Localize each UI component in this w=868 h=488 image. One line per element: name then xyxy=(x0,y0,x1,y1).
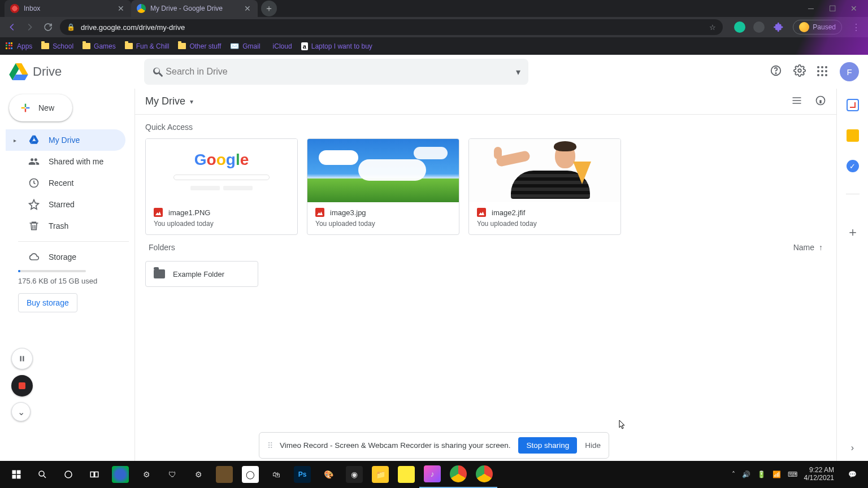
back-icon[interactable] xyxy=(6,21,18,33)
tray-battery-icon[interactable]: 🔋 xyxy=(757,470,766,478)
tray-chevron-icon[interactable]: ˄ xyxy=(732,470,735,478)
action-center-icon[interactable]: 💬 xyxy=(841,461,863,488)
taskbar-app-settings2[interactable]: ⚙ xyxy=(185,461,211,488)
cortana-button[interactable] xyxy=(55,461,81,488)
bookmark-other[interactable]: Other stuff xyxy=(178,42,221,50)
taskbar-app-photoshop[interactable]: Ps xyxy=(289,461,315,488)
bookmark-games[interactable]: Games xyxy=(83,42,116,50)
taskbar-app-settings[interactable]: ⚙ xyxy=(133,461,159,488)
expand-icon[interactable]: ▸ xyxy=(14,137,19,143)
path-mydrive[interactable]: My Drive ▾ xyxy=(145,95,193,107)
buy-storage-button[interactable]: Buy storage xyxy=(18,293,77,312)
window-maximize-icon[interactable]: ☐ xyxy=(828,5,836,12)
bookmark-school[interactable]: School xyxy=(41,42,73,50)
bookmark-icloud[interactable]: iCloud xyxy=(270,42,292,50)
clock-time: 9:22 AM xyxy=(804,467,834,474)
window-close-icon[interactable]: ✕ xyxy=(850,5,858,12)
profile-label: Paused xyxy=(813,23,836,31)
task-view-button[interactable] xyxy=(81,461,107,488)
svg-rect-13 xyxy=(90,472,94,477)
google-apps-icon[interactable] xyxy=(817,66,828,77)
svg-rect-8 xyxy=(17,470,21,474)
hide-sidepanel-icon[interactable]: › xyxy=(851,443,854,453)
search-box[interactable]: ▾ xyxy=(144,59,528,85)
plus-icon xyxy=(19,102,32,114)
settings-icon[interactable] xyxy=(793,64,806,79)
drive-logo[interactable]: Drive xyxy=(9,63,62,80)
tab-drive[interactable]: My Drive - Google Drive ✕ xyxy=(131,0,258,17)
folder-item[interactable]: Example Folder xyxy=(145,261,258,287)
bookmark-fun[interactable]: Fun & Chill xyxy=(125,42,170,50)
new-tab-button[interactable]: ＋ xyxy=(261,1,277,16)
details-icon[interactable] xyxy=(815,95,826,108)
grip-icon[interactable]: ⠿ xyxy=(267,441,272,450)
taskbar-app-notes[interactable] xyxy=(393,461,419,488)
amazon-icon: a xyxy=(301,42,308,50)
start-button[interactable] xyxy=(3,461,29,488)
account-initial: F xyxy=(847,67,852,77)
star-icon[interactable]: ☆ xyxy=(709,23,716,32)
calendar-addon-icon[interactable] xyxy=(847,99,859,111)
taskbar-app-itunes[interactable]: ♪ xyxy=(419,461,445,488)
taskbar-app-store[interactable]: 🛍 xyxy=(263,461,289,488)
taskbar-clock[interactable]: 9:22 AM 4/12/2021 xyxy=(804,467,834,482)
search-options-icon[interactable]: ▾ xyxy=(516,67,520,77)
sidebar-item-recent[interactable]: Recent xyxy=(6,172,125,194)
tab-close-icon[interactable]: ✕ xyxy=(116,4,125,13)
tray-volume-icon[interactable]: 🔊 xyxy=(742,470,750,478)
tasks-addon-icon[interactable] xyxy=(847,160,859,172)
sidebar-item-starred[interactable]: Starred xyxy=(6,194,125,215)
sidebar-item-shared[interactable]: Shared with me xyxy=(6,151,125,172)
taskbar-app-paint[interactable]: 🎨 xyxy=(315,461,341,488)
sidebar-item-trash[interactable]: Trash xyxy=(6,215,125,237)
recorder-collapse-button[interactable]: ⌄ xyxy=(11,402,31,421)
new-button[interactable]: New xyxy=(9,94,72,121)
svg-rect-6 xyxy=(23,356,24,361)
taskbar-app-minecraft[interactable] xyxy=(211,461,237,488)
forward-icon xyxy=(24,21,36,33)
profile-chip[interactable]: Paused xyxy=(793,20,842,34)
tray-ime-icon[interactable]: ⌨ xyxy=(788,470,797,478)
taskbar-app-explorer[interactable]: 📁 xyxy=(367,461,393,488)
tab-inbox[interactable]: Inbox ✕ xyxy=(5,0,131,17)
sidebar-item-storage[interactable]: Storage xyxy=(6,246,125,268)
quick-access-card[interactable]: Google image1.PNG You uploaded today xyxy=(145,138,298,235)
recorder-pause-button[interactable] xyxy=(11,348,33,369)
support-icon[interactable] xyxy=(770,64,782,79)
account-avatar[interactable]: F xyxy=(840,62,859,81)
taskbar-app-edge[interactable] xyxy=(107,461,133,488)
bookmark-amazon[interactable]: aLaptop I want to buy xyxy=(301,42,372,50)
extension-grammarly-icon[interactable] xyxy=(734,21,745,33)
window-minimize-icon[interactable]: ─ xyxy=(807,5,815,12)
svg-rect-7 xyxy=(12,470,16,474)
list-view-icon[interactable] xyxy=(791,95,802,108)
extension-generic-icon[interactable] xyxy=(753,21,765,33)
search-button[interactable] xyxy=(29,461,55,488)
extensions-icon[interactable] xyxy=(772,21,785,33)
search-input[interactable] xyxy=(164,66,516,77)
taskbar-app-forza[interactable]: ◯ xyxy=(237,461,263,488)
keep-addon-icon[interactable] xyxy=(847,129,859,142)
sort-button[interactable]: Name ↑ xyxy=(793,243,823,252)
svg-rect-10 xyxy=(17,475,21,479)
quick-access-card[interactable]: image2.jfif You uploaded today xyxy=(468,138,621,235)
stop-sharing-button[interactable]: Stop sharing xyxy=(518,437,577,454)
tray-wifi-icon[interactable]: 📶 xyxy=(772,470,781,478)
quick-access-card[interactable]: image3.jpg You uploaded today xyxy=(307,138,459,235)
address-bar[interactable]: 🔒 drive.google.com/drive/my-drive ☆ xyxy=(60,19,723,35)
taskbar-app-chrome[interactable] xyxy=(445,461,471,488)
reload-icon[interactable] xyxy=(42,21,54,33)
taskbar-app-obs[interactable]: ◉ xyxy=(341,461,367,488)
bookmark-gmail[interactable]: ✉️Gmail xyxy=(230,42,260,50)
tab-close-icon[interactable]: ✕ xyxy=(243,4,252,13)
tab-favicon-icon xyxy=(137,4,146,13)
taskbar-app-chrome-2[interactable] xyxy=(471,461,497,488)
bookmark-apps[interactable]: Apps xyxy=(6,42,32,50)
hide-sharebar-button[interactable]: Hide xyxy=(585,441,601,450)
get-addons-icon[interactable]: ＋ xyxy=(847,224,859,241)
sidebar-item-mydrive[interactable]: ▸ My Drive xyxy=(6,129,125,151)
storage-bar xyxy=(18,270,86,272)
recorder-stop-button[interactable] xyxy=(11,375,33,396)
taskbar-app-security[interactable]: 🛡 xyxy=(159,461,185,488)
chrome-menu-icon[interactable]: ⋮ xyxy=(850,21,862,33)
